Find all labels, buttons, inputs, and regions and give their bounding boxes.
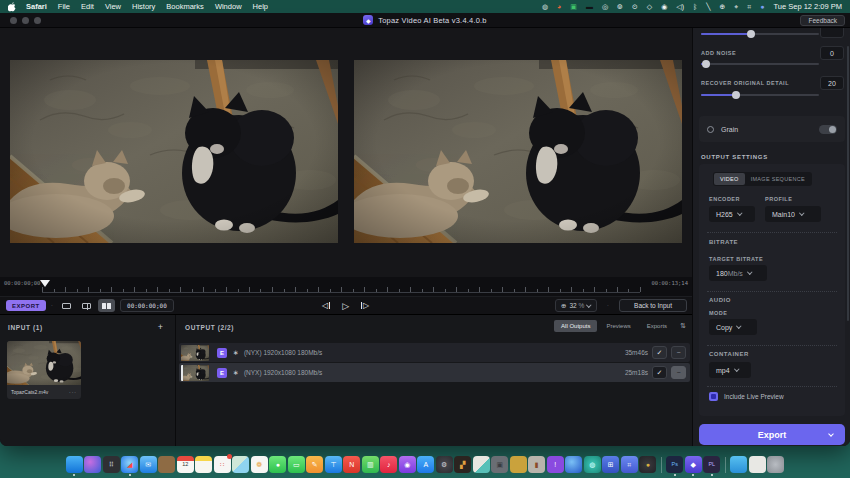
- slider-knob[interactable]: [732, 91, 740, 99]
- camera-utility-dock-icon[interactable]: ▣: [491, 456, 508, 473]
- downloads-folder-dock-icon[interactable]: [730, 456, 747, 473]
- output-row[interactable]: E∗(NYX) 1920x1080 180Mb/s35m46s✓−: [179, 343, 690, 362]
- bluetooth-icon[interactable]: ᛒ: [693, 0, 697, 13]
- slider-track[interactable]: [701, 94, 819, 96]
- safari-dock-icon[interactable]: ◢: [121, 456, 138, 473]
- system-settings-dock-icon[interactable]: ⚙: [436, 456, 453, 473]
- output-remove-button[interactable]: −: [671, 366, 686, 379]
- screenshot-app-dock-icon[interactable]: ⊞: [602, 456, 619, 473]
- photo-lab-dock-icon[interactable]: PL: [703, 456, 720, 473]
- siri-icon[interactable]: ●: [760, 0, 764, 13]
- view-side-by-side-button[interactable]: [98, 299, 115, 312]
- view-split-button[interactable]: [78, 299, 95, 312]
- topaz-video-ai-dock-icon[interactable]: ◆: [685, 456, 702, 473]
- filter-tab-all-outputs[interactable]: All Outputs: [554, 320, 597, 332]
- export-button[interactable]: Export: [699, 424, 845, 445]
- timeline[interactable]: 00:00:00;00 00:00:13;14: [0, 277, 692, 296]
- input-file-card[interactable]: TopazCats2.m4v ···: [7, 341, 81, 399]
- yellow-box-app-dock-icon[interactable]: [510, 456, 527, 473]
- zoom-level-control[interactable]: ⊕ 32 %: [555, 299, 597, 312]
- menu-clock[interactable]: Tue Sep 12 2:09 PM: [773, 2, 842, 11]
- app-status-grey-icon[interactable]: ◍: [542, 0, 548, 13]
- output-remove-button[interactable]: −: [671, 346, 686, 359]
- music-dock-icon[interactable]: ♪: [380, 456, 397, 473]
- slider-value-box[interactable]: 0: [820, 46, 844, 60]
- menu-item-help[interactable]: Help: [253, 2, 268, 11]
- keynote-dock-icon[interactable]: ⊤: [325, 456, 342, 473]
- menu-item-view[interactable]: View: [105, 2, 121, 11]
- close-window-button[interactable]: [10, 17, 17, 24]
- document-dock-icon[interactable]: [749, 456, 766, 473]
- grain-toggle[interactable]: [819, 125, 837, 134]
- spotlight-icon[interactable]: ⌖: [734, 0, 738, 13]
- finder-dock-icon[interactable]: [66, 456, 83, 473]
- slider-track[interactable]: [701, 33, 819, 35]
- reminders-dock-icon[interactable]: ∷: [214, 456, 231, 473]
- launchpad-dock-icon[interactable]: ⠿: [103, 456, 120, 473]
- export-mode-badge[interactable]: EXPORT: [6, 300, 46, 311]
- output-row[interactable]: E∗(NYX) 1920x1080 180Mb/s25m18s✓−: [179, 363, 690, 382]
- menu-item-edit[interactable]: Edit: [81, 2, 94, 11]
- notes-dock-icon[interactable]: [195, 456, 212, 473]
- mail-dock-icon[interactable]: ✉: [140, 456, 157, 473]
- photos-dock-icon[interactable]: ❁: [251, 456, 268, 473]
- video-preview-original[interactable]: [10, 60, 338, 243]
- app-store-dock-icon[interactable]: A: [417, 456, 434, 473]
- pixel-game-dock-icon[interactable]: ▞: [454, 456, 471, 473]
- output-select-button[interactable]: ✓: [652, 346, 667, 359]
- calendar-dock-icon[interactable]: 12: [177, 456, 194, 473]
- sort-order-icon[interactable]: ⇅: [680, 322, 686, 330]
- current-timecode-box[interactable]: 00:00:00;00: [120, 299, 174, 312]
- control-center-icon[interactable]: ⌗: [747, 0, 751, 13]
- sidebar-scrollbar[interactable]: [847, 46, 849, 321]
- play-button[interactable]: ▷: [342, 301, 349, 311]
- feedback-button[interactable]: Feedback: [800, 15, 845, 26]
- input-file-menu-icon[interactable]: ···: [69, 389, 77, 395]
- next-frame-button[interactable]: ▷: [361, 301, 369, 310]
- add-input-button[interactable]: +: [158, 322, 163, 332]
- notes-brown-app-dock-icon[interactable]: [158, 456, 175, 473]
- flowchart-app-dock-icon[interactable]: ⌗: [621, 456, 638, 473]
- tab-image-sequence[interactable]: IMAGE SEQUENCE: [745, 173, 811, 185]
- menu-item-safari[interactable]: Safari: [26, 2, 47, 11]
- zoom-window-button[interactable]: [34, 17, 41, 24]
- vpn-icon[interactable]: ◉: [661, 0, 667, 13]
- slider-knob[interactable]: [702, 60, 710, 68]
- menu-item-window[interactable]: Window: [215, 2, 242, 11]
- trash-dock-icon[interactable]: [767, 456, 784, 473]
- menu-item-history[interactable]: History: [132, 2, 155, 11]
- teal-card-app-dock-icon[interactable]: [473, 456, 490, 473]
- target-bitrate-dropdown[interactable]: 180Mb/s: [709, 265, 767, 281]
- encoder-dropdown[interactable]: H265: [709, 206, 755, 222]
- notifications-icon[interactable]: ⊚: [617, 0, 623, 13]
- container-dropdown[interactable]: mp4: [709, 362, 751, 378]
- volume-icon[interactable]: ◁): [676, 0, 684, 13]
- view-single-button[interactable]: [58, 299, 75, 312]
- slider-value-box[interactable]: [820, 28, 844, 38]
- back-to-input-button[interactable]: Back to Input: [619, 299, 687, 312]
- news-dock-icon[interactable]: N: [343, 456, 360, 473]
- photoshop-dock-icon[interactable]: Ps: [666, 456, 683, 473]
- messages-dock-icon[interactable]: ●: [269, 456, 286, 473]
- maps-dock-icon[interactable]: [232, 456, 249, 473]
- previous-frame-button[interactable]: ◁: [322, 301, 330, 310]
- menu-item-file[interactable]: File: [58, 2, 70, 11]
- profile-dropdown[interactable]: Main10: [765, 206, 821, 222]
- facetime-dock-icon[interactable]: ▭: [288, 456, 305, 473]
- slider-value-box[interactable]: 20: [820, 76, 844, 90]
- filter-tab-exports[interactable]: Exports: [640, 320, 674, 332]
- title-bar[interactable]: ◆ Topaz Video AI Beta v3.4.4.0.b Feedbac…: [0, 13, 850, 28]
- app-status-orange-icon[interactable]: ◕: [557, 0, 561, 13]
- siri-dock-icon[interactable]: [84, 456, 101, 473]
- blue-globe-app-dock-icon[interactable]: [565, 456, 582, 473]
- tab-video[interactable]: VIDEO: [714, 173, 745, 185]
- pages-dock-icon[interactable]: ✎: [306, 456, 323, 473]
- time-machine-icon[interactable]: ⊕: [719, 0, 725, 13]
- dark-dial-app-dock-icon[interactable]: ●: [639, 456, 656, 473]
- video-preview-processed[interactable]: [354, 60, 682, 243]
- screen-record-icon[interactable]: ◎: [602, 0, 608, 13]
- minimize-window-button[interactable]: [22, 17, 29, 24]
- teal-globe-app-dock-icon[interactable]: ◍: [584, 456, 601, 473]
- bottle-app-dock-icon[interactable]: ▮: [528, 456, 545, 473]
- podcasts-dock-icon[interactable]: ◉: [399, 456, 416, 473]
